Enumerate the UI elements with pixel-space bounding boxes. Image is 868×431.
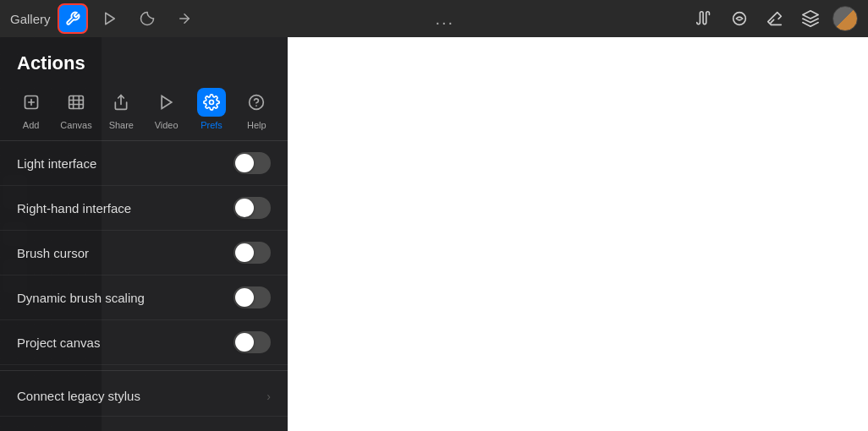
- modify-tool-button[interactable]: [95, 3, 125, 34]
- canvas-tab-icon: [62, 88, 91, 117]
- smudge-tool-button[interactable]: [726, 5, 753, 32]
- add-tab-label: Add: [23, 120, 40, 130]
- prefs-icon: [203, 94, 220, 111]
- wrench-icon: [65, 11, 80, 26]
- actions-panel: Actions Add Ca: [0, 37, 288, 431]
- right-hand-row: Right-hand interface: [0, 186, 288, 231]
- share-tab-label: Share: [109, 120, 134, 130]
- dynamic-brush-knob: [235, 288, 254, 307]
- top-bar-center: ...: [435, 9, 454, 29]
- tab-video[interactable]: Video: [146, 88, 187, 130]
- transform-icon: [177, 11, 192, 26]
- dynamic-brush-toggle[interactable]: [233, 286, 271, 308]
- prefs-tab-label: Prefs: [201, 120, 222, 130]
- canvas-icon: [68, 94, 85, 111]
- canvas-tab-label: Canvas: [60, 120, 91, 130]
- svg-point-1: [733, 13, 746, 25]
- right-hand-label: Right-hand interface: [17, 201, 131, 216]
- svg-point-13: [209, 101, 213, 105]
- light-interface-knob: [235, 154, 254, 172]
- actions-tabs: Add Canvas Share: [0, 85, 288, 140]
- connect-stylus-row[interactable]: Connect legacy stylus ›: [0, 376, 288, 417]
- top-bar-right: [690, 5, 858, 32]
- selection-icon: [102, 11, 118, 26]
- video-icon: [158, 94, 175, 111]
- project-canvas-knob: [235, 333, 254, 352]
- brush-cursor-label: Brush cursor: [17, 246, 89, 260]
- tab-canvas[interactable]: Canvas: [56, 88, 96, 130]
- video-tab-icon: [152, 88, 181, 117]
- project-canvas-label: Project canvas: [17, 336, 100, 350]
- liquify-icon: [140, 11, 155, 26]
- svg-marker-12: [162, 96, 172, 109]
- color-swatch-button[interactable]: [832, 6, 858, 31]
- actions-title: Actions: [0, 37, 288, 85]
- top-bar-left: Gallery: [10, 3, 200, 34]
- brush-cursor-row: Brush cursor: [0, 231, 288, 276]
- share-tab-icon: [107, 88, 135, 117]
- brush-cursor-toggle[interactable]: [233, 242, 271, 264]
- eraser-icon: [766, 9, 784, 28]
- video-tab-label: Video: [155, 120, 179, 130]
- actions-icon-button[interactable]: [58, 3, 88, 34]
- layers-tool-button[interactable]: [797, 5, 824, 32]
- section-divider-1: [0, 370, 288, 371]
- project-canvas-toggle[interactable]: [233, 331, 271, 353]
- liquify-tool-button[interactable]: [132, 3, 162, 34]
- light-interface-toggle[interactable]: [233, 152, 271, 174]
- light-interface-row: Light interface: [0, 141, 288, 186]
- svg-marker-2: [803, 11, 818, 19]
- smudge-icon: [730, 9, 749, 28]
- help-icon: [248, 94, 265, 111]
- tab-add[interactable]: Add: [11, 88, 52, 130]
- connect-stylus-arrow: ›: [266, 390, 271, 403]
- tab-share[interactable]: Share: [101, 88, 141, 130]
- gallery-button[interactable]: Gallery: [10, 12, 51, 26]
- right-hand-toggle[interactable]: [233, 197, 271, 219]
- svg-rect-6: [69, 96, 84, 109]
- tab-prefs[interactable]: Prefs: [191, 88, 232, 130]
- pressure-smoothing-row[interactable]: Pressure and Smoothing ›: [0, 417, 288, 431]
- prefs-tab-icon: [197, 88, 226, 117]
- plus-icon: [23, 94, 40, 111]
- brush-icon: [695, 9, 713, 28]
- right-hand-knob: [235, 199, 254, 217]
- eraser-tool-button[interactable]: [761, 5, 788, 32]
- light-interface-label: Light interface: [17, 156, 96, 171]
- brush-tool-button[interactable]: [690, 5, 717, 32]
- tab-help[interactable]: Help: [236, 88, 277, 130]
- dynamic-brush-label: Dynamic brush scaling: [17, 291, 145, 305]
- top-bar: Gallery ...: [0, 0, 868, 37]
- project-canvas-row: Project canvas: [0, 320, 288, 365]
- more-options-button[interactable]: ...: [435, 9, 454, 29]
- dynamic-brush-row: Dynamic brush scaling: [0, 276, 288, 320]
- transform-tool-button[interactable]: [169, 3, 200, 34]
- help-tab-icon: [242, 88, 271, 117]
- share-icon: [113, 94, 129, 111]
- brush-cursor-knob: [235, 243, 254, 262]
- add-tab-icon: [17, 88, 46, 117]
- layers-icon: [801, 9, 820, 28]
- connect-stylus-label: Connect legacy stylus: [17, 389, 140, 403]
- help-tab-label: Help: [247, 120, 266, 130]
